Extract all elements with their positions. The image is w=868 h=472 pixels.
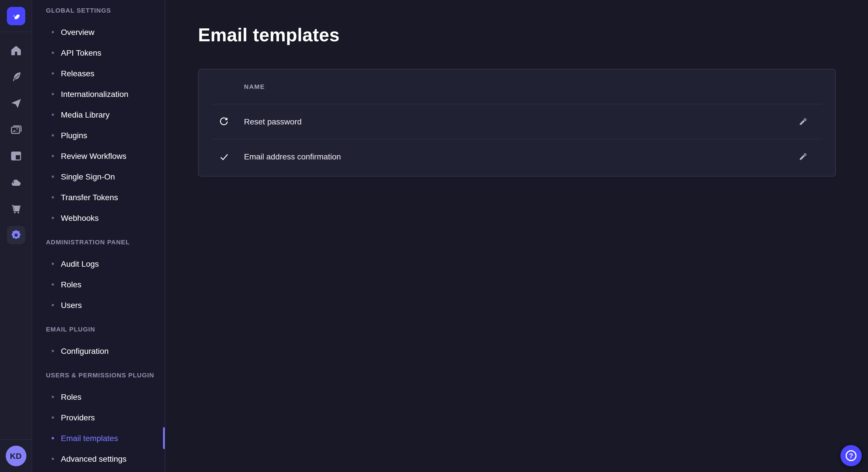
nav-media-library[interactable] [7,121,25,139]
bullet-icon [52,93,54,95]
edit-template-button[interactable] [796,150,809,164]
nav-marketplace-layout[interactable] [7,147,25,165]
active-indicator [163,427,165,449]
gear-icon [9,229,22,241]
question-mark-icon: ? [846,450,857,461]
bullet-icon [52,155,54,157]
subnav-item-up-roles[interactable]: Roles [32,386,165,407]
bullet-icon [52,217,54,219]
section-administration-panel: ADMINISTRATION PANEL [32,232,165,252]
subnav-item-advanced-settings[interactable]: Advanced settings [32,448,165,469]
pencil-icon [798,117,807,127]
column-header-name: NAME [244,83,265,90]
subnav-item-plugins[interactable]: Plugins [32,125,165,146]
table-row[interactable]: Reset password [198,104,835,139]
bullet-icon [52,350,54,352]
shopping-cart-icon [9,202,22,215]
media-pictures-icon [9,123,22,136]
subnav-item-overview[interactable]: Overview [32,22,165,42]
table-row[interactable]: Email address confirmation [198,139,835,174]
main-content: Email templates NAME Reset password [165,0,868,472]
layout-panel-icon [9,150,22,162]
bullet-icon [52,458,54,460]
bullet-icon [52,175,54,178]
subnav-item-media-library[interactable]: Media Library [32,104,165,125]
subnav-item-single-sign-on[interactable]: Single Sign-On [32,166,165,187]
subnav-item-providers[interactable]: Providers [32,407,165,428]
help-button[interactable]: ? [840,445,862,466]
page-title: Email templates [198,25,340,46]
subnav-item-transfer-tokens[interactable]: Transfer Tokens [32,187,165,208]
paper-plane-icon [9,97,22,109]
app-window: KD GLOBAL SETTINGS Overview API Tokens R… [0,0,868,472]
subnav-item-email-configuration[interactable]: Configuration [32,341,165,361]
section-global-settings: GLOBAL SETTINGS [32,0,165,21]
avatar-initials: KD [10,451,22,461]
subnav-item-api-tokens[interactable]: API Tokens [32,42,165,63]
nav-content-type-builder[interactable] [7,68,25,86]
nav-cloud[interactable] [7,173,25,192]
nav-purchases[interactable] [7,200,25,218]
template-name: Email address confirmation [244,152,341,161]
settings-subnav: GLOBAL SETTINGS Overview API Tokens Rele… [32,0,165,472]
nav-settings[interactable] [7,226,25,244]
template-name: Reset password [244,117,302,126]
check-icon [218,151,229,162]
nav-home[interactable] [7,41,25,60]
bullet-icon [52,263,54,265]
home-icon [9,44,22,57]
subnav-item-audit-logs[interactable]: Audit Logs [32,254,165,274]
feather-icon [9,71,22,83]
subnav-item-releases[interactable]: Releases [32,63,165,84]
subnav-item-admin-roles[interactable]: Roles [32,274,165,295]
section-users-permissions-plugin: USERS & PERMISSIONS PLUGIN [32,365,165,385]
subnav-item-review-workflows[interactable]: Review Workflows [32,146,165,166]
section-email-plugin: EMAIL PLUGIN [32,319,165,339]
pencil-icon [798,152,807,162]
user-avatar[interactable]: KD [5,446,26,466]
bullet-icon [52,437,54,439]
rail-icon-list [7,32,25,439]
bullet-icon [52,283,54,285]
bullet-icon [52,396,54,398]
subnav-item-email-templates[interactable]: Email templates [32,428,165,448]
subnav-item-webhooks[interactable]: Webhooks [32,208,165,228]
bullet-icon [52,416,54,419]
bullet-icon [52,72,54,74]
subnav-item-admin-users[interactable]: Users [32,295,165,315]
main-nav-rail: KD [0,0,32,472]
bullet-icon [52,304,54,306]
bullet-icon [52,52,54,54]
bullet-icon [52,31,54,33]
bullet-icon [52,134,54,136]
cloud-icon [9,176,22,189]
bullet-icon [52,113,54,116]
email-templates-table: NAME Reset password [198,69,836,177]
strapi-logo[interactable] [7,7,25,25]
strapi-logo-icon [10,10,22,22]
bullet-icon [52,196,54,198]
refresh-icon [219,116,229,127]
subnav-item-internationalization[interactable]: Internationalization [32,84,165,104]
nav-deploy[interactable] [7,94,25,112]
edit-template-button[interactable] [796,115,809,129]
